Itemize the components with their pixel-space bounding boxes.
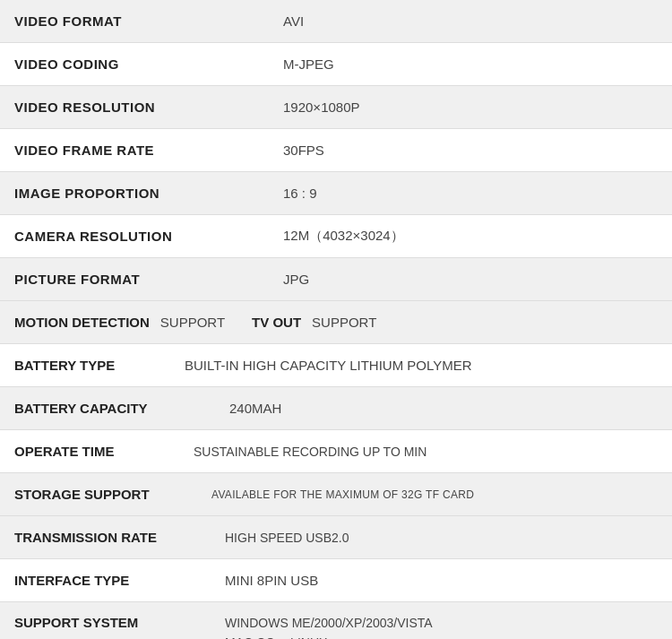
value-support-system-line1: WINDOWS ME/2000/XP/2003/VISTA bbox=[225, 616, 433, 630]
label-battery-type: BATTERY TYPE bbox=[14, 358, 167, 373]
row-interface-type: INTERFACE TYPE MINI 8PIN USB bbox=[0, 559, 672, 602]
row-video-frame-rate: VIDEO FRAME RATE 30FPS bbox=[0, 129, 672, 172]
row-battery-capacity: BATTERY CAPACITY 240MAH bbox=[0, 387, 672, 430]
value-picture-format: JPG bbox=[269, 261, 672, 298]
value-video-frame-rate: 30FPS bbox=[269, 132, 672, 168]
value-camera-resolution: 12M（4032×3024） bbox=[269, 217, 672, 255]
row-motion-detection: MOTION DETECTION SUPPORT TV OUT SUPPORT bbox=[0, 301, 672, 344]
label-motion-detection: MOTION DETECTION bbox=[14, 315, 150, 330]
value-support-system-line2: MAC OS、 LINUX bbox=[225, 635, 327, 639]
label-support-system: SUPPORT SYSTEM bbox=[14, 613, 225, 630]
row-storage-support: STORAGE SUPPORT AVAILABLE FOR THE MAXIMU… bbox=[0, 473, 672, 516]
row-video-format: VIDEO FORMAT AVI bbox=[0, 0, 672, 43]
label-picture-format: PICTURE FORMAT bbox=[0, 261, 269, 298]
row-operate-time: OPERATE TIME SUSTAINABLE RECORDING UP TO… bbox=[0, 430, 672, 473]
value-operate-time: SUSTAINABLE RECORDING UP TO MIN bbox=[194, 445, 426, 459]
label-video-format: VIDEO FORMAT bbox=[0, 3, 269, 39]
label-camera-resolution: CAMERA RESOLUTION bbox=[0, 218, 269, 255]
row-camera-resolution: CAMERA RESOLUTION 12M（4032×3024） bbox=[0, 215, 672, 258]
label-interface-type: INTERFACE TYPE bbox=[14, 573, 225, 588]
row-support-system: SUPPORT SYSTEM WINDOWS ME/2000/XP/2003/V… bbox=[0, 602, 672, 639]
row-video-coding: VIDEO CODING M-JPEG bbox=[0, 43, 672, 86]
spec-table: VIDEO FORMAT AVI VIDEO CODING M-JPEG VID… bbox=[0, 0, 672, 639]
value-motion-detection: SUPPORT bbox=[160, 315, 225, 330]
value-battery-capacity: 240MAH bbox=[229, 401, 281, 416]
label-battery-capacity: BATTERY CAPACITY bbox=[14, 401, 229, 416]
value-interface-type: MINI 8PIN USB bbox=[225, 573, 318, 588]
value-video-coding: M-JPEG bbox=[269, 46, 672, 82]
value-transmission-rate: HIGH SPEED USB2.0 bbox=[225, 531, 349, 545]
label-video-coding: VIDEO CODING bbox=[0, 46, 269, 82]
row-picture-format: PICTURE FORMAT JPG bbox=[0, 258, 672, 301]
label-storage-support: STORAGE SUPPORT bbox=[14, 487, 211, 502]
label-video-frame-rate: VIDEO FRAME RATE bbox=[0, 132, 269, 168]
value-storage-support: AVAILABLE FOR THE MAXIMUM OF 32G TF CARD bbox=[211, 488, 474, 501]
row-battery-type: BATTERY TYPE BUILT-IN HIGH CAPACITY LITH… bbox=[0, 344, 672, 387]
label-video-resolution: VIDEO RESOLUTION bbox=[0, 89, 269, 125]
value-video-resolution: 1920×1080P bbox=[269, 89, 672, 125]
value-tv-out: SUPPORT bbox=[312, 315, 376, 330]
label-image-proportion: IMAGE PROPORTION bbox=[0, 175, 269, 212]
row-transmission-rate: TRANSMISSION RATE HIGH SPEED USB2.0 bbox=[0, 516, 672, 559]
label-operate-time: OPERATE TIME bbox=[14, 444, 194, 459]
row-video-resolution: VIDEO RESOLUTION 1920×1080P bbox=[0, 86, 672, 129]
value-support-system: WINDOWS ME/2000/XP/2003/VISTA MAC OS、 LI… bbox=[225, 613, 433, 639]
row-image-proportion: IMAGE PROPORTION 16 : 9 bbox=[0, 172, 672, 215]
value-image-proportion: 16 : 9 bbox=[269, 175, 672, 212]
value-video-format: AVI bbox=[269, 3, 672, 39]
value-battery-type: BUILT-IN HIGH CAPACITY LITHIUM POLYMER bbox=[185, 358, 472, 373]
label-transmission-rate: TRANSMISSION RATE bbox=[14, 530, 225, 545]
label-tv-out: TV OUT bbox=[252, 315, 301, 330]
